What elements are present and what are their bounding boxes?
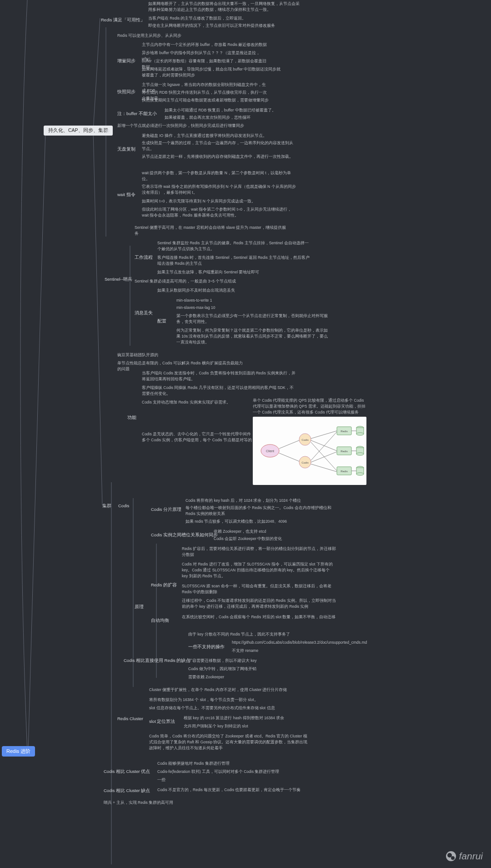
wait-4: 假设此时出现了网络分区，wait 指令第二个参数时间 t=0，主从同步无法继续进… — [142, 207, 296, 218]
buffer-note: 注：buffer 不能太小 — [117, 111, 157, 117]
codis-func: 功能 — [127, 415, 136, 421]
svg-line-34 — [311, 442, 337, 471]
main-node-label: 持久化、CAP、同步、集群 — [48, 127, 108, 133]
dis-1: Codis 不是官方的，Redis 每次更新，Codis 也要跟着更新，肯定会晚… — [157, 787, 301, 793]
codis-adv-label: Codis 相比 Cluster 优点 — [104, 769, 150, 775]
expand-4: 迁移过程中，Codis 不知道请求转发到新的还是旧的 Redis 实例。所以，立… — [182, 598, 336, 610]
sync-slot: Codis 实例之间槽位关系如何同步 — [151, 532, 218, 538]
ml-cfg-1: min-slaves-to-write 1 — [176, 298, 212, 303]
incr-1: 主节点内存中有一个定长的环形 buffer，存放着 Redis 最近修改的数据 — [142, 42, 267, 48]
codis-arch-diagram: Client Codis Codis Redis Redis Redis — [253, 417, 366, 485]
watermark: fanrui — [446, 851, 483, 862]
redis-expand: Redis 的扩容 — [151, 582, 177, 588]
auto-balance: 自动均衡 — [151, 618, 169, 624]
ml-1: 如果主从数据同步不及时就会出现消息丢失 — [157, 288, 235, 293]
sentinel-master: 哨兵 + 主从，实现 Redis 集群的高可用 — [104, 800, 173, 806]
sync-type: Redis 可以使用主从同步、从从同步 — [117, 33, 181, 39]
wait-3: 如果时间 t=0，表示无限等待直到 N 个从库同步完成达成一致。 — [142, 198, 256, 204]
auto-1: 在系统比较空闲时，Codis 会观察每个 Redis 对应的 slot 数量，如… — [182, 614, 336, 620]
msg-lost: 消息丢失 — [135, 310, 153, 316]
func-2: 客户端操纵 Codis 同操纵 Redis 几乎没有区别，还是可以使用相同的客户… — [142, 385, 296, 397]
cons-1: 由于 key 分散在不同的 Redis 节点上，因此不支持事务了 — [188, 631, 290, 637]
sync-label: 同步 — [101, 128, 110, 134]
new-node: 新增一个节点就必须进行一次快照同步，快照同步完成后进行增量同步 — [117, 123, 244, 129]
diskless-1: 避免磁盘 IO 操作，主节点直接通过套接字将快照内容发送到从节点。 — [142, 133, 267, 139]
rc-note: Codis 简单，Codis 将分布式的问题交给了 Zookeeper 或者 e… — [149, 733, 308, 752]
cluster-label: 集群 — [102, 503, 111, 509]
snap-sync: 快照同步 — [117, 89, 135, 95]
svg-line-37 — [311, 464, 337, 472]
redis-availability: Redis 满足「可用性」 — [101, 17, 145, 23]
buffer-1: 如果太小可能通过 RDB 恢复后，buffer 中数据已经被覆盖了。 — [165, 107, 276, 113]
wf-3: 如果主节点发生故障，客户端重新向 Sentinel 要地址即可 — [157, 269, 259, 275]
svg-text:Codis: Codis — [301, 439, 308, 441]
sent-cluster: Sentinel 集群必须是高可用的，一般是由 3~5 个节点组成 — [135, 278, 236, 284]
ml-cfg-4: 何为正常复制，何为异常复制？这个就是第二个参数控制的，它的单位是秒，表示如果 1… — [176, 328, 331, 346]
diskless-3: 从节点还是跟之前一样，先将接收到的内容存储到磁盘文件中，再进行一次性加载。 — [142, 154, 293, 160]
root-label: Redis 进阶 — [6, 748, 30, 754]
func-1: 当客户端向 Codis 发送指令时，Codis 负责将指令转发到后面的 Redi… — [142, 370, 296, 382]
ml-cfg-3: 第一个参数表示主节点必须至少有一个从节点在进行正常复制，否则就停止对外写服务，丧… — [176, 313, 331, 325]
func-3: Codis 支持动态增加 Redis 实例来实现扩容需求。 — [142, 399, 230, 405]
cons-unsup: 一些不支持的操作 — [188, 644, 225, 650]
rc-2: 将所有数据划分为 16384 个 slot，每个节点负责一部分 slot。 — [149, 697, 258, 703]
shard-2: 每个槽位都会唯一映射到后面的多个 Redis 实例之一。Codis 会在内存维护… — [185, 505, 340, 517]
expand-3: SLOTSSCAN 跟 scan 命令一样，可能会有重复。但是没关系，数据迁移后… — [182, 583, 336, 595]
adv-1: Codis 能够便捷地对 Redis 集群进行管理 — [157, 761, 230, 767]
svg-point-26 — [356, 453, 364, 455]
svg-line-32 — [311, 431, 337, 439]
root-node[interactable]: Redis 进阶 — [2, 746, 35, 757]
svg-line-33 — [311, 440, 337, 451]
codis-cons: Codis 相比直接使用 Redis 的缺点 — [124, 658, 190, 664]
cons-4: 需要依赖 Zookeeper — [188, 674, 224, 680]
svg-line-1 — [93, 18, 100, 130]
wait-cmd: wait 指令 — [117, 192, 135, 198]
ml-cfg: 配置 — [157, 318, 166, 324]
svg-text:Codis: Codis — [301, 461, 308, 464]
func-side: 单个 Codis 代理能支撑的 QPS 比较有限，通过启动多个 Codis 代理… — [253, 398, 366, 416]
rc-slot-2: 允许用户强制某个 key 到特定的 slot — [184, 723, 248, 729]
svg-text:Client: Client — [266, 449, 274, 453]
svg-text:Redis: Redis — [341, 450, 347, 453]
theory: 原理 — [135, 604, 144, 610]
expand-1: Redis 扩容后，需要对槽位关系进行调整，将一部分的槽位划分到新的节点，并迁移… — [182, 546, 336, 558]
svg-line-31 — [279, 453, 299, 461]
svg-text:Redis: Redis — [341, 470, 347, 473]
codis-shard: Codis 分片原理 — [151, 507, 181, 513]
sync-slot-2: Codis 会监听 Zookeeper 中数据的变化 — [214, 536, 282, 542]
codis: Codis — [118, 503, 129, 508]
rc-slot-1: 根据 key 的 crc16 算法进行 hash 得到整数对 16384 求余 — [184, 715, 284, 721]
diskless-2: 生成快照是一个遍历的过程，主节点会一边遍历内存，一边将序列化的内容发送到从节点。 — [142, 140, 296, 152]
wait-2: 它表示等待 wait 指令之前的所有写操作同步到 N 个从库（也就是确保 N 个… — [142, 184, 296, 196]
shard-3: 如果 redis 节点较多，可以调大槽位数，比如2048、4096 — [185, 519, 287, 525]
workflow: 工作流程 — [135, 255, 153, 261]
svg-line-35 — [311, 432, 337, 460]
expand-2: Codis 对 Redis 进行了改造，增加了 SLOTSSCAN 指令，可以遍… — [182, 561, 336, 580]
wf-1: Sentinel 集群监控 Redis 主从节点的健康。Redis 主节点挂掉，… — [157, 240, 312, 252]
cap-note3: 即使在主从网络断开的情况下，主节点依旧可以正常对外提供修改服务 — [148, 23, 275, 29]
incr-sync: 增量同步 — [117, 58, 135, 64]
rc-1: Cluster 侧重于扩展性，在单个 Redis 内存不足时，使用 Cluste… — [149, 687, 287, 693]
incr-4: 如果网络延迟或者故障，导致同步过慢，就会出现 buffer 中旧数据还没同步就被… — [142, 66, 283, 78]
shard-1: Codis 将所有的 key hash 后，对 1024 求余，划分为 1024… — [185, 498, 301, 504]
rc-slot: slot 定位算法 — [149, 719, 175, 725]
rc-3: slot 信息存储在每个节点上。不需要另外的分布式组件来存储 slot 信息 — [149, 705, 275, 711]
sentinel: Sentinel--哨兵 — [105, 277, 132, 283]
adv-2: Codis-fe(federation 联邦) 工具，可以同时对多个 Codis… — [157, 769, 279, 775]
codis-dis-label: Codis 相比 Cluster 缺点 — [104, 788, 150, 794]
wechat-icon — [446, 851, 456, 861]
sent-1: Sentinel 侧重于高可用，在 master 宕机时会自动将 slave 提… — [135, 225, 289, 237]
cap-note2: 当客户端在 Redis 的主节点修改了数据后，立即返回。 — [148, 15, 246, 21]
buffer-2: 如果被覆盖，就会再次发次快照同步，恶性循环 — [165, 115, 251, 121]
svg-line-0 — [28, 130, 45, 751]
svg-line-3 — [93, 132, 102, 505]
svg-text:Redis: Redis — [341, 430, 347, 433]
adv-3: 一些 — [157, 777, 165, 783]
redis-cluster: Redis Cluster — [117, 716, 143, 721]
cons-2: 扩容需要迁移数据，所以不建议大 key — [188, 658, 257, 664]
sync-slot-1: 依赖 Zookeeper，也支持 etcd — [214, 529, 266, 535]
cons-rename: 不支持 rename — [232, 648, 258, 654]
cons-url: https://github.com/CodisLabs/codis/blob/… — [232, 640, 367, 646]
ml-cfg-2: min-slaves-max-lag 10 — [176, 305, 215, 311]
svg-line-30 — [279, 440, 299, 449]
